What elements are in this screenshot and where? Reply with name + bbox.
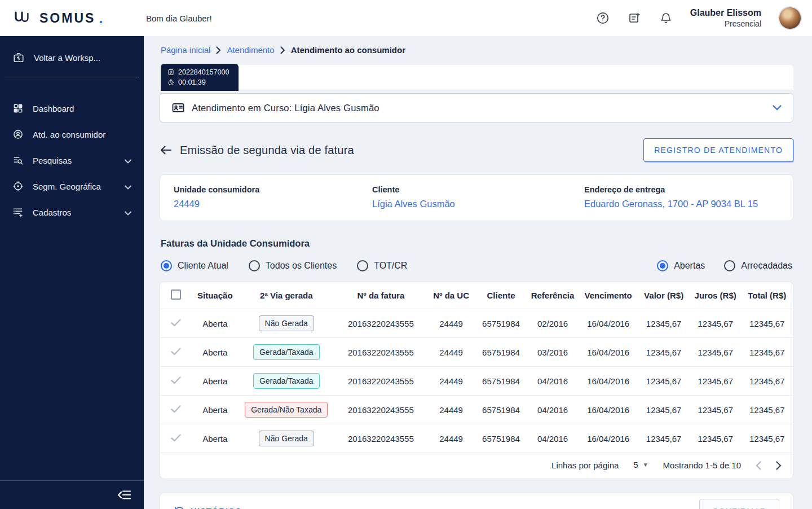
user-info[interactable]: Glauber Elissom Presencial [690, 7, 761, 29]
invoices-section-title: Faturas da Unidade Consumidora [161, 238, 793, 249]
table-row[interactable]: Aberta Não Gerada 20163220243555 24449 6… [160, 309, 793, 338]
column-header: Vencimento [579, 282, 638, 309]
sidebar-item-label: Segm. Geográfica [33, 182, 101, 191]
collapse-sidebar-icon[interactable] [117, 489, 131, 501]
table-row[interactable]: Aberta Gerada/Taxada 20163220243555 2444… [160, 367, 793, 396]
cell-fatura: 20163220243555 [334, 309, 427, 338]
radio-button-icon[interactable] [357, 260, 368, 271]
column-header: Referência [527, 282, 579, 309]
confirmar-button[interactable]: CONFIRMAR [699, 499, 779, 509]
rows-per-page-select[interactable]: 5 ▼ [633, 460, 648, 471]
cell-situacao: Aberta [192, 396, 239, 424]
radio-label: Arrecadadas [741, 261, 792, 271]
cell-vencimento: 16/04/2016 [579, 424, 638, 453]
row-check-icon[interactable] [171, 405, 181, 413]
info-value: Eduardo Geronass, 1700 - AP 9034 BL 15 [584, 199, 758, 209]
column-header: Valor (R$) [638, 282, 689, 309]
search-list-icon [12, 155, 24, 166]
invoices-table-card: Situação 2ª Via gerada Nº da fatura Nº d… [160, 282, 793, 479]
radio-button-icon[interactable] [161, 260, 172, 271]
registro-atendimento-button[interactable]: REGISTRO DE ATENDIMENTO [643, 138, 793, 162]
table-row[interactable]: Aberta Gerada/Não Taxada 20163220243555 … [160, 396, 793, 424]
table-row[interactable]: Aberta Não Gerada 20163220243555 24449 6… [160, 424, 793, 453]
cell-juros: 12345,67 [690, 396, 742, 424]
top-header: SOMUS . Bom dia Glauber! Glauber [0, 0, 812, 36]
info-label: Endereço de entrega [584, 185, 758, 194]
breadcrumb-link-pagina-inicial[interactable]: Página inicial [161, 45, 210, 55]
row-check-icon[interactable] [171, 319, 181, 327]
sidebar-item-segm-geografica[interactable]: Segm. Geográfica [0, 173, 144, 199]
sidebar-item-dashboard[interactable]: Dashboard [0, 95, 144, 121]
sidebar-item-label: Cadastros [33, 208, 71, 217]
geo-target-icon [12, 181, 24, 192]
cell-juros: 12345,67 [690, 309, 742, 338]
app-logo[interactable]: SOMUS . [0, 10, 144, 27]
cell-valor: 12345,67 [638, 338, 689, 367]
sidebar-divider [5, 77, 139, 77]
cell-uc: 24449 [427, 396, 475, 424]
cell-uc: 24449 [427, 424, 475, 453]
back-arrow-icon[interactable] [160, 145, 172, 155]
radio-button-icon[interactable] [724, 260, 735, 271]
sidebar-item-back-to-workspace[interactable]: Voltar a Worksp... [0, 44, 144, 71]
radio-arrecadadas[interactable]: Arrecadadas [724, 260, 792, 271]
cell-cliente: 65751984 [475, 338, 527, 367]
cell-situacao: Aberta [192, 338, 239, 367]
sidebar-item-cadastros[interactable]: Cadastros [0, 199, 144, 225]
cell-fatura: 20163220243555 [334, 338, 427, 367]
chevron-down-icon[interactable] [773, 103, 782, 113]
cell-cliente: 65751984 [475, 424, 527, 453]
breadcrumb-separator-icon [280, 46, 285, 54]
action-bar: HISTÓRICO CONFIRMAR [160, 493, 793, 509]
somus-logo-icon [15, 11, 35, 25]
greeting-text: Bom dia Glauber! [146, 14, 212, 23]
column-header: Juros (R$) [690, 282, 742, 309]
notifications-bell-icon[interactable] [659, 11, 673, 25]
invoices-table: Situação 2ª Via gerada Nº da fatura Nº d… [160, 282, 793, 453]
cell-total: 12345,67 [742, 367, 793, 396]
session-tab[interactable]: 2022840157000 00:01:39 [161, 64, 239, 91]
row-check-icon[interactable] [171, 434, 181, 442]
radio-tot-cr[interactable]: TOT/CR [357, 260, 407, 271]
chevron-down-icon [125, 182, 131, 191]
table-row[interactable]: Aberta Gerada/Taxada 20163220243555 2444… [160, 338, 793, 367]
radio-button-icon[interactable] [249, 260, 260, 271]
historico-label: HISTÓRICO [191, 507, 242, 509]
breadcrumb-link-atendimento[interactable]: Atendimento [227, 45, 274, 55]
radio-abertas[interactable]: Abertas [657, 260, 705, 271]
radio-label: TOT/CR [374, 261, 407, 271]
main-content: Página inicial Atendimento Atendimento a… [144, 36, 812, 509]
cell-referencia: 02/2016 [527, 309, 579, 338]
sidebar-item-pesquisas[interactable]: Pesquisas [0, 147, 144, 173]
cell-juros: 12345,67 [690, 367, 742, 396]
radio-button-icon[interactable] [657, 260, 668, 271]
cell-uc: 24449 [427, 309, 475, 338]
previous-page-icon[interactable] [756, 461, 761, 470]
row-check-icon[interactable] [171, 376, 181, 384]
cell-total: 12345,67 [742, 424, 793, 453]
table-pagination: Linhas por página 5 ▼ Mostrando 1-5 de 1… [160, 453, 793, 479]
attendance-in-progress-bar[interactable]: Atendimento em Curso: Lígia Alves Gusmão [160, 93, 793, 122]
cell-total: 12345,67 [742, 309, 793, 338]
breadcrumb-separator-icon [216, 46, 221, 54]
select-all-checkbox[interactable] [171, 289, 181, 300]
radio-label: Cliente Atual [178, 261, 228, 271]
info-label: Unidade consumidora [174, 185, 372, 194]
new-note-icon[interactable] [627, 11, 642, 25]
user-avatar[interactable] [778, 6, 802, 30]
info-field-cliente: Cliente Lígia Alves Gusmão [372, 185, 584, 209]
logo-text: SOMUS [39, 11, 95, 26]
via-badge: Gerada/Taxada [253, 344, 320, 360]
radio-cliente-atual[interactable]: Cliente Atual [161, 260, 228, 271]
row-check-icon[interactable] [171, 348, 181, 356]
page-title: Emissão de segunda via de fatura [180, 144, 354, 157]
sidebar-item-atd-consumidor[interactable]: Atd. ao consumidor [0, 121, 144, 147]
historico-button[interactable]: HISTÓRICO [174, 506, 242, 509]
next-page-icon[interactable] [776, 461, 782, 470]
cell-situacao: Aberta [192, 309, 239, 338]
cell-vencimento: 16/04/2016 [579, 338, 638, 367]
help-icon[interactable] [595, 11, 610, 25]
user-status: Presencial [690, 19, 761, 29]
chevron-down-icon [125, 156, 131, 165]
radio-todos-os-clientes[interactable]: Todos os Clientes [249, 260, 337, 271]
